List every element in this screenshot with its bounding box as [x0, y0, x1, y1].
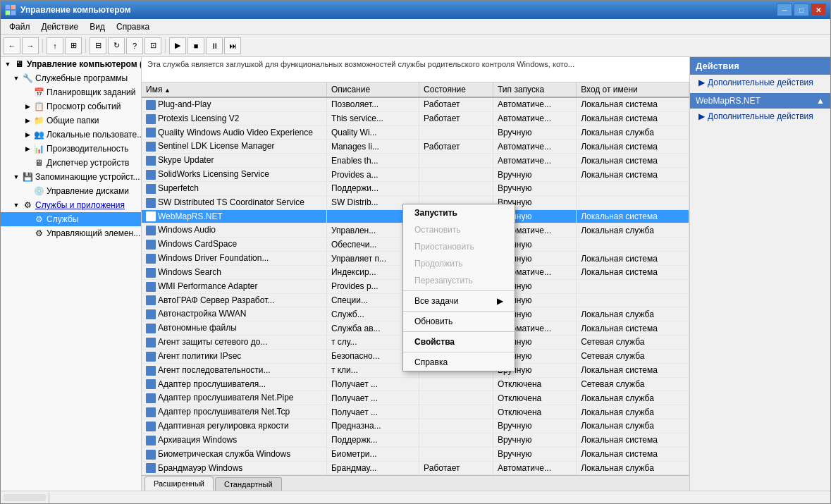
svc-state-cell [419, 181, 493, 195]
new-window[interactable]: ⊟ [90, 37, 106, 54]
sidebar-wmi[interactable]: ⚙ Управляющий элемен... [1, 226, 141, 240]
shared-expand[interactable]: ▶ [23, 116, 32, 125]
svcapp-expand[interactable]: ▼ [12, 201, 20, 209]
close-button[interactable]: ✕ [811, 4, 826, 16]
webmaprs-section[interactable]: WebMapRS.NET ▲ [690, 93, 830, 109]
table-row[interactable]: Protexis Licensing V2This service...Рабо… [142, 111, 689, 125]
ctx-help[interactable]: Справка [403, 354, 515, 371]
root-expand[interactable]: ▼ [4, 60, 12, 68]
forward-button[interactable]: → [22, 37, 39, 54]
menu-help[interactable]: Справка [111, 20, 155, 33]
table-row[interactable]: Skype UpdaterEnables th...Автоматиче...Л… [142, 154, 689, 168]
svc-state-cell: Работает [419, 140, 493, 154]
svg-rect-0 [6, 5, 10, 9]
svc-name-cell: Windows Search [142, 265, 326, 279]
users-icon: 👥 [33, 129, 44, 140]
table-row[interactable]: Адаптер прослушивателя Net.TcpПолучает .… [142, 405, 689, 419]
table-row[interactable]: Адаптивная регулировка яркостиПредназна.… [142, 419, 689, 434]
sidebar-diskmgr[interactable]: 💿 Управление дисками [1, 184, 141, 198]
maximize-button[interactable]: □ [794, 4, 809, 16]
service-icon [146, 254, 156, 264]
menu-view[interactable]: Вид [84, 20, 111, 33]
ctx-properties[interactable]: Свойства [403, 333, 515, 350]
service-icon [146, 422, 156, 431]
minimize-button[interactable]: ─ [777, 4, 792, 16]
sidebar-devmgr[interactable]: 🖥 Диспетчер устройств [1, 156, 141, 170]
ctx-pause: Приостановить [403, 238, 515, 255]
sidebar-item-tools[interactable]: ▼ 🔧 Служебные программы [1, 71, 141, 85]
col-startup[interactable]: Тип запуска [493, 82, 577, 97]
storage-expand[interactable]: ▼ [12, 173, 20, 181]
export-button[interactable]: ⊡ [144, 37, 161, 54]
window-controls: ─ □ ✕ [777, 4, 826, 16]
menu-bar: Файл Действие Вид Справка [1, 19, 830, 35]
svc-name-cell: Биометрическая служба Windows [142, 447, 326, 461]
sidebar-scheduler[interactable]: 📅 Планировщик заданий [1, 85, 141, 99]
svc-desc-cell: This service... [326, 111, 419, 125]
action-add-ops-2[interactable]: ▶ Дополнительные действия [690, 109, 830, 124]
table-row[interactable]: SuperfetchПоддержи...Вручную [142, 181, 689, 195]
svc-name-cell: SolidWorks Licensing Service [142, 168, 326, 182]
status-bar [1, 491, 830, 503]
pause-button[interactable]: ⏸ [206, 37, 223, 54]
svc-startup-cell: Автоматиче... [493, 97, 577, 111]
main-window: Управление компьютером ─ □ ✕ Файл Действ… [0, 0, 831, 504]
table-row[interactable]: Биометрическая служба WindowsБиометри...… [142, 447, 689, 461]
help-button[interactable]: ? [126, 37, 143, 54]
window-icon [5, 4, 16, 16]
up-button[interactable]: ↑ [47, 37, 63, 54]
menu-action[interactable]: Действие [36, 20, 85, 33]
svc-desc-cell: Enables th... [326, 154, 419, 168]
table-row[interactable]: Адаптер прослушивателя...Получает ...Отк… [142, 377, 689, 391]
diskmgr-icon: 💿 [33, 185, 44, 197]
table-row[interactable]: Plug-and-PlayПозволяет...РаботаетАвтомат… [142, 97, 689, 111]
ctx-alltasks[interactable]: Все задачи [403, 293, 515, 309]
refresh-button[interactable]: ↻ [108, 37, 125, 54]
perf-expand[interactable]: ▶ [23, 145, 32, 153]
svc-logon-cell [577, 293, 689, 307]
svcapp-icon: ⚙ [22, 199, 33, 211]
sidebar-perf[interactable]: ▶ 📊 Производительность [1, 142, 141, 156]
add-ops-2-icon: ▶ [698, 111, 705, 121]
table-row[interactable]: Брандмауэр WindowsБрандмау...РаботаетАвт… [142, 461, 689, 475]
sidebar-svcapp[interactable]: ▼ ⚙ Службы и приложения [1, 198, 141, 212]
sidebar-services[interactable]: ⚙ Службы [1, 212, 141, 226]
sidebar-users[interactable]: ▶ 👥 Локальные пользовате... [1, 128, 141, 142]
menu-file[interactable]: Файл [4, 20, 36, 33]
action-add-ops[interactable]: ▶ Дополнительные действия [690, 75, 830, 90]
sidebar-shared[interactable]: ▶ 📁 Общие папки [1, 113, 141, 128]
stop-button[interactable]: ■ [187, 37, 204, 54]
ctx-start[interactable]: Запустить [403, 204, 515, 221]
show-hide-tree[interactable]: ⊞ [65, 37, 82, 54]
col-logon[interactable]: Вход от имени [577, 82, 689, 97]
tab-standard[interactable]: Стандартный [215, 477, 282, 491]
table-row[interactable]: Адаптер прослушивателя Net.PipeПолучает … [142, 391, 689, 405]
tab-extended[interactable]: Расширенный [144, 477, 214, 491]
events-expand[interactable]: ▶ [23, 102, 32, 111]
computer-icon: 🖥 [13, 59, 25, 70]
table-row[interactable]: SolidWorks Licensing ServiceProvides a..… [142, 168, 689, 182]
svc-state-cell [419, 405, 493, 419]
svc-name-cell: Агент политики IPsec [142, 349, 326, 363]
users-expand[interactable]: ▶ [23, 130, 32, 139]
svc-state-cell [419, 391, 493, 405]
table-row[interactable]: Sentinel LDK License ManagerManages li..… [142, 140, 689, 154]
sidebar-events[interactable]: ▶ 📋 Просмотр событий [1, 99, 141, 113]
sidebar-root[interactable]: ▼ 🖥 Управление компьютером (л... [1, 57, 141, 71]
col-desc[interactable]: Описание [326, 82, 419, 97]
sidebar-storage[interactable]: ▼ 💾 Запоминающие устройст... [1, 170, 141, 184]
ctx-refresh[interactable]: Обновить [403, 313, 515, 330]
table-row[interactable]: Архивация WindowsПоддержк...ВручнуюЛокал… [142, 433, 689, 447]
play-button[interactable]: ▶ [169, 37, 186, 54]
svc-logon-cell: Сетевая служба [577, 349, 689, 363]
skip-button[interactable]: ⏭ [224, 37, 241, 54]
col-state[interactable]: Состояние [419, 82, 493, 97]
tools-expand[interactable]: ▼ [12, 74, 20, 82]
ctx-sep-4 [403, 352, 515, 352]
col-name[interactable]: Имя [142, 82, 326, 97]
table-row[interactable]: Quality Windows Audio Video ExperienceQu… [142, 125, 689, 140]
back-button[interactable]: ← [4, 37, 20, 54]
toolbar-sep-1 [42, 39, 43, 53]
status-scroll[interactable] [4, 494, 46, 501]
svc-startup-cell: Вручную [493, 447, 577, 461]
